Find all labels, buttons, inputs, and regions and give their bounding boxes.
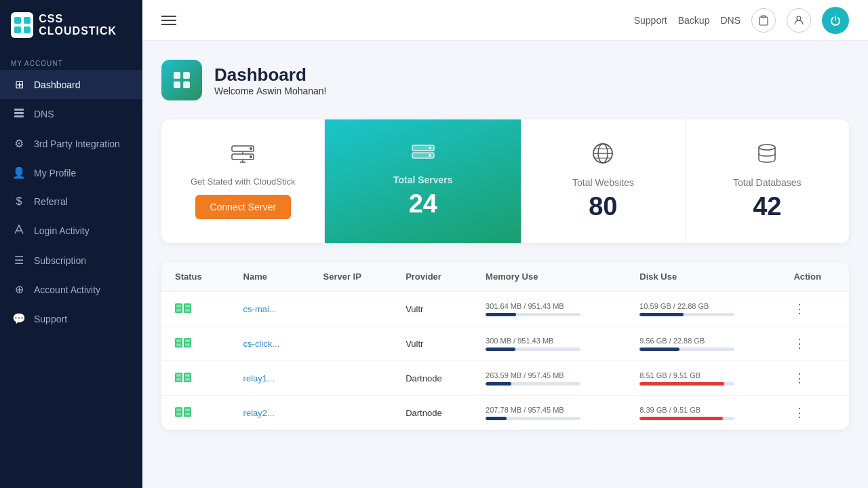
svg-rect-42 [176,343,181,346]
svg-rect-11 [174,72,180,79]
clipboard-button[interactable] [751,8,776,33]
server-connect-icon [229,143,256,170]
topbar-right: Support Backup DNS [634,7,849,34]
total-websites-value: 80 [589,192,617,221]
cell-name[interactable]: relay2... [230,396,310,430]
sidebar-item-support[interactable]: 💬 Support [0,304,142,333]
cell-provider: Vultr [392,326,472,361]
table-header-row: Status Name Server IP Provider Memory Us… [161,262,849,292]
svg-point-16 [250,147,252,150]
hamburger-button[interactable] [161,16,176,25]
cell-disk-use: 10.59 GB / 22.88 GB [626,292,780,326]
table-row: relay1... Dartnode 263.59 MB / 957.45 MB… [161,361,849,396]
sidebar-section-label: MY ACCOUNT [0,50,142,70]
svg-rect-4 [14,109,24,111]
svg-rect-49 [185,378,190,381]
cell-status [161,326,230,361]
cell-memory-use: 300 MB / 951.43 MB [472,326,626,361]
servers-table: Status Name Server IP Provider Memory Us… [161,262,849,430]
svg-rect-55 [185,413,190,415]
svg-point-10 [797,16,801,20]
sidebar-item-dashboard[interactable]: ⊞ Dashboard [0,70,142,99]
cell-disk-use: 8.39 GB / 9.51 GB [626,396,780,430]
cell-server-ip [310,396,393,430]
stats-row: Get Stated with CloudStick Connect Serve… [161,119,849,243]
table-row: cs-mai... Vultr 301.64 MB / 951.43 MB 10… [161,292,849,326]
col-disk-use: Disk Use [626,262,780,292]
profile-icon: 👤 [12,166,26,179]
svg-rect-40 [176,339,181,342]
welcome-message: Welcome Aswin Mohanan! [214,86,327,96]
cell-server-ip [310,292,393,326]
total-websites-card: Total Websites 80 [521,119,685,243]
svg-rect-34 [176,305,181,307]
servers-icon [411,144,435,168]
backup-link[interactable]: Backup [678,15,710,26]
svg-rect-46 [176,374,181,377]
cell-action[interactable]: ⋮ [780,396,849,430]
sidebar-item-account-activity[interactable]: ⊕ Account Activity [0,275,142,304]
cell-provider: Dartnode [392,396,472,430]
svg-rect-48 [176,378,181,381]
sidebar-item-label: Subscription [34,255,86,266]
connect-server-button[interactable]: Connect Server [195,195,291,219]
account-activity-icon: ⊕ [12,283,26,296]
dashboard-icon: ⊞ [12,78,26,91]
user-button[interactable] [787,8,811,33]
topbar: Support Backup DNS [142,0,868,41]
sidebar-item-label: Support [34,314,67,324]
total-servers-value: 24 [409,189,437,219]
get-started-text: Get Stated with CloudStick [191,176,296,187]
table-row: relay2... Dartnode 207.78 MB / 957.45 MB… [161,396,849,430]
cell-name[interactable]: cs-mai... [230,292,310,326]
svg-rect-47 [185,374,190,377]
svg-point-31 [759,145,775,150]
support-link[interactable]: Support [634,15,667,26]
sidebar-item-label: 3rd Party Integration [34,138,120,149]
power-button[interactable] [822,7,849,34]
sidebar: CSS CLOUDSTICK MY ACCOUNT ⊞ Dashboard DN… [0,0,142,488]
cell-action[interactable]: ⋮ [780,292,849,326]
cell-memory-use: 263.59 MB / 957.45 MB [472,361,626,396]
svg-rect-12 [183,72,190,79]
cell-server-ip [310,326,393,361]
brand-name: CSS CLOUDSTICK [39,13,132,37]
cell-name[interactable]: relay1... [230,361,310,396]
cell-memory-use: 207.78 MB / 957.45 MB [472,396,626,430]
col-status: Status [161,262,230,292]
support-icon: 💬 [12,312,26,325]
svg-rect-37 [185,309,190,312]
sidebar-item-label: Dashboard [34,79,81,90]
sidebar-item-login-activity[interactable]: Login Activity [0,216,142,246]
cell-disk-use: 8.51 GB / 9.51 GB [626,361,780,396]
col-memory-use: Memory Use [472,262,626,292]
dns-link[interactable]: DNS [720,15,741,26]
sidebar-item-my-profile[interactable]: 👤 My Profile [0,158,142,187]
total-servers-label: Total Servers [393,174,453,185]
svg-rect-0 [14,17,21,24]
cell-action[interactable]: ⋮ [780,361,849,396]
cell-action[interactable]: ⋮ [780,326,849,361]
dashboard-title-block: Dashboard Welcome Aswin Mohanan! [214,64,327,96]
total-databases-value: 42 [753,192,781,221]
sidebar-item-dns[interactable]: DNS [0,99,142,129]
svg-rect-53 [185,409,190,411]
cell-status [161,292,230,326]
cell-provider: Dartnode [392,361,472,396]
total-servers-card: Total Servers 24 [325,119,521,243]
sidebar-item-referral[interactable]: $ Referral [0,187,142,216]
websites-icon [591,141,615,170]
sidebar-item-label: DNS [34,109,54,119]
databases-icon [755,141,779,170]
sidebar-item-subscription[interactable]: ☰ Subscription [0,246,142,275]
cell-name[interactable]: cs-click... [230,326,310,361]
page-content: Dashboard Welcome Aswin Mohanan! [142,41,868,488]
sidebar-item-label: Referral [34,196,68,207]
svg-point-25 [429,154,431,157]
servers-table-container: Status Name Server IP Provider Memory Us… [161,262,849,430]
cell-provider: Vultr [392,292,472,326]
svg-rect-9 [760,17,768,25]
col-action: Action [780,262,849,292]
sidebar-item-3rd-party[interactable]: ⚙ 3rd Party Integration [0,129,142,158]
svg-rect-43 [185,343,190,346]
